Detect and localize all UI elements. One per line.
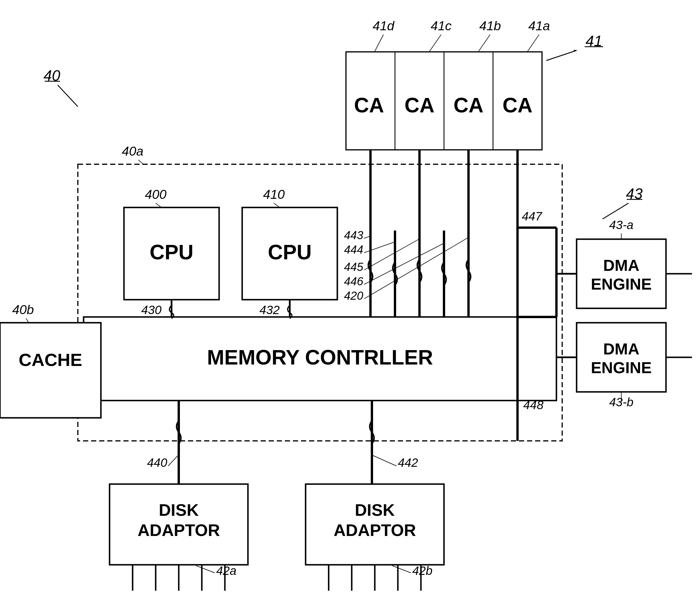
cache-label: CACHE [19,350,82,370]
ref-447: 447 [522,209,542,223]
ref-440: 440 [147,456,167,469]
ref-41a: 41a [528,18,550,33]
ref-443: 443 [344,229,363,242]
ref-400: 400 [145,187,166,202]
dma-engine1-line2: ENGINE [591,275,652,293]
ref-432: 432 [259,303,280,317]
ref-42b: 42b [412,564,432,577]
ref-448: 448 [523,398,544,412]
cpu2-label: CPU [268,241,312,264]
ref-410: 410 [263,187,284,202]
ca2-label: CA [454,94,483,117]
ref-420: 420 [344,289,363,302]
ca3-label: CA [405,94,435,117]
ref-41b: 41b [479,18,501,33]
ref-43a: 43-a [609,218,633,232]
dma-engine2-line1: DMA [603,340,639,358]
disk-adaptor1-line1: DISK [159,500,199,519]
ref-40a: 40a [122,144,143,158]
ca1-label: CA [502,94,533,117]
diagram: CA CA CA CA 41 41a 41b 41c 41d 40 40a CP… [0,0,700,608]
ref-41d: 41d [372,18,395,33]
cpu1-label: CPU [150,241,194,264]
memory-controller-label: MEMORY CONTRLLER [207,346,433,369]
ref-40b: 40b [12,302,34,317]
svg-rect-51 [0,323,101,418]
ref-41c: 41c [431,18,452,33]
ref-445: 445 [344,261,363,273]
ref-446: 446 [344,275,363,288]
ref-42a: 42a [216,564,236,577]
dma-engine1-line1: DMA [603,256,639,274]
disk-adaptor2-line2: ADAPTOR [334,521,416,539]
disk-adaptor2-line1: DISK [355,500,395,519]
dma-engine2-line2: ENGINE [591,359,652,377]
disk-adaptor1-line2: ADAPTOR [137,521,220,539]
ref-442: 442 [398,456,418,469]
ref-444: 444 [344,243,363,256]
ref-430: 430 [141,303,162,317]
ca4-label: CA [354,94,384,117]
